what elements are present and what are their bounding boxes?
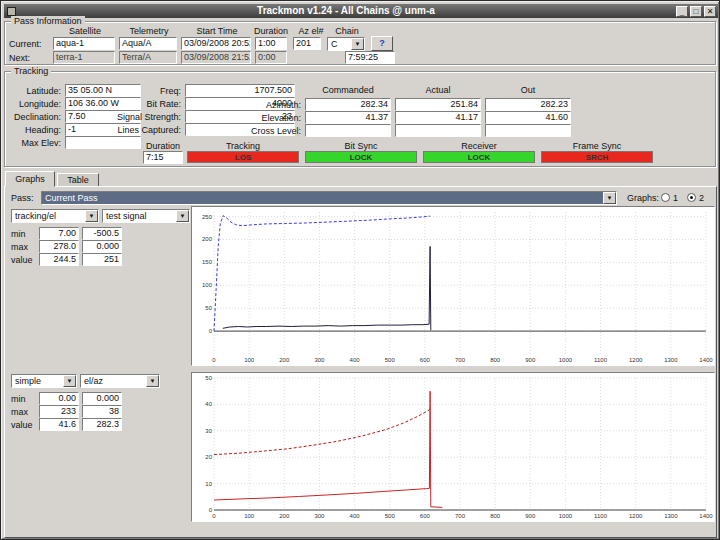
- current-telemetry-field[interactable]: Aqua/A: [119, 37, 177, 50]
- latitude-label: Latitude:: [5, 86, 61, 97]
- bottom-max-field-2[interactable]: 38: [82, 405, 122, 418]
- graphs-count-label: Graphs:: [627, 193, 659, 204]
- svg-text:1000: 1000: [559, 513, 573, 519]
- svg-text:250: 250: [202, 214, 213, 220]
- tab-graphs[interactable]: Graphs: [5, 171, 55, 187]
- svg-text:800: 800: [490, 357, 501, 363]
- close-button[interactable]: ✕: [704, 6, 716, 17]
- graphs-panel: Pass: Current Pass ▼ Graphs: 1 2 trackin…: [4, 186, 717, 538]
- azimuth-actual-field[interactable]: 251.84: [395, 98, 481, 111]
- current-start-time-field[interactable]: 03/09/2008 20:52:10: [181, 37, 251, 50]
- azimuth-out-field[interactable]: 282.23: [485, 98, 571, 111]
- tab-table[interactable]: Table: [57, 173, 99, 187]
- top-value-label: value: [11, 255, 33, 266]
- current-azel-field[interactable]: 201: [293, 37, 321, 50]
- max-elev-label: Max Elev:: [5, 138, 61, 149]
- svg-text:0: 0: [209, 328, 213, 334]
- bottom-min-field-1[interactable]: 0.00: [39, 392, 79, 405]
- max-elev-field[interactable]: [65, 136, 141, 149]
- svg-text:1200: 1200: [629, 513, 643, 519]
- next-duration-field: 0:00: [255, 51, 287, 64]
- graphs-radio-1[interactable]: [661, 193, 670, 202]
- help-button[interactable]: ?: [371, 36, 393, 51]
- bottom-max-field-1[interactable]: 233: [39, 405, 79, 418]
- chevron-down-icon[interactable]: ▼: [176, 210, 189, 222]
- bottom-graph-signal-select[interactable]: el/az ▼: [80, 374, 160, 388]
- bottom-min-field-2[interactable]: 0.000: [82, 392, 122, 405]
- minimize-button[interactable]: _: [676, 6, 688, 17]
- lines-captured-label: Lines Captured:: [103, 125, 181, 136]
- graphs-radio-2[interactable]: [687, 193, 696, 202]
- bottom-value-field-2[interactable]: 282.3: [82, 418, 122, 431]
- svg-text:400: 400: [350, 513, 361, 519]
- svg-text:100: 100: [244, 357, 255, 363]
- next-pass-countdown-field: 7:59:25: [345, 51, 395, 64]
- azimuth-commanded-field[interactable]: 282.34: [305, 98, 391, 111]
- bottom-min-label: min: [11, 394, 26, 405]
- bottom-value-field-1[interactable]: 41.6: [39, 418, 79, 431]
- pass-select[interactable]: Current Pass ▼: [41, 191, 617, 205]
- svg-text:0: 0: [212, 357, 216, 363]
- graphs-radio-2-label: 2: [699, 193, 704, 204]
- chain-select-value: C: [331, 39, 338, 49]
- commanded-header: Commanded: [305, 85, 391, 96]
- elevation-actual-field[interactable]: 41.17: [395, 111, 481, 124]
- chevron-down-icon[interactable]: ▼: [351, 38, 364, 50]
- actual-header: Actual: [395, 85, 481, 96]
- next-satellite-field: terra-1: [53, 51, 115, 64]
- tracking-title: Tracking: [11, 66, 51, 76]
- col-header-telemetry: Telemetry: [119, 26, 179, 37]
- cross-level-out-field[interactable]: [485, 124, 571, 137]
- maximize-button[interactable]: □: [690, 6, 702, 17]
- elevation-out-field[interactable]: 41.60: [485, 111, 571, 124]
- app-window: Trackmon v1.24 - All Chains @ unm-a _ □ …: [0, 0, 720, 540]
- svg-text:1100: 1100: [594, 357, 608, 363]
- col-header-azel: Az el#: [295, 26, 327, 37]
- svg-text:50: 50: [205, 375, 212, 381]
- duration-status-field: 7:15: [143, 151, 183, 164]
- chevron-down-icon[interactable]: ▼: [603, 192, 616, 204]
- svg-text:400: 400: [350, 357, 361, 363]
- top-max-field-1[interactable]: 278.0: [39, 240, 79, 253]
- svg-text:200: 200: [279, 513, 290, 519]
- top-min-field-2[interactable]: -500.5: [82, 227, 122, 240]
- top-min-field-1[interactable]: 7.00: [39, 227, 79, 240]
- current-satellite-field[interactable]: aqua-1: [53, 37, 115, 50]
- col-header-duration: Duration: [253, 26, 289, 37]
- app-icon: [7, 7, 16, 16]
- top-graph-signal-value: test signal: [106, 211, 147, 221]
- tracking-status-indicator: LOS: [187, 151, 299, 163]
- chevron-down-icon[interactable]: ▼: [146, 375, 159, 387]
- top-value-field-2[interactable]: 251: [82, 253, 122, 266]
- chain-select[interactable]: C ▼: [327, 37, 365, 51]
- window-controls: _ □ ✕: [676, 6, 716, 17]
- top-graph-signal-select[interactable]: test signal ▼: [102, 209, 190, 223]
- svg-text:1300: 1300: [664, 357, 678, 363]
- top-graph-source-select[interactable]: tracking/el ▼: [11, 209, 99, 223]
- cross-level-actual-field[interactable]: [395, 124, 481, 137]
- freq-field[interactable]: 1707.500: [185, 84, 295, 97]
- svg-text:30: 30: [205, 428, 212, 434]
- current-duration-field[interactable]: 1:00: [255, 37, 287, 50]
- chevron-down-icon[interactable]: ▼: [85, 210, 98, 222]
- svg-text:0: 0: [212, 513, 216, 519]
- top-min-label: min: [11, 229, 26, 240]
- svg-text:700: 700: [455, 357, 466, 363]
- svg-text:500: 500: [385, 357, 396, 363]
- bottom-graph-signal-value: el/az: [84, 376, 103, 386]
- help-icon: ?: [379, 38, 385, 48]
- svg-text:150: 150: [202, 259, 213, 265]
- elevation-commanded-field[interactable]: 41.37: [305, 111, 391, 124]
- top-value-field-1[interactable]: 244.5: [39, 253, 79, 266]
- cross-level-commanded-field[interactable]: [305, 124, 391, 137]
- svg-text:600: 600: [420, 513, 431, 519]
- svg-text:100: 100: [244, 513, 255, 519]
- top-max-field-2[interactable]: 0.000: [82, 240, 122, 253]
- elevation-label: Elevation:: [221, 113, 301, 124]
- chevron-down-icon[interactable]: ▼: [63, 375, 76, 387]
- signal-strength-label: Signal Strength:: [103, 112, 181, 123]
- svg-text:100: 100: [202, 282, 213, 288]
- bottom-chart-svg: 0100200300400500600700800900100011001200…: [192, 373, 714, 521]
- bit-rate-label: Bit Rate:: [103, 99, 181, 110]
- bottom-graph-source-select[interactable]: simple ▼: [11, 374, 77, 388]
